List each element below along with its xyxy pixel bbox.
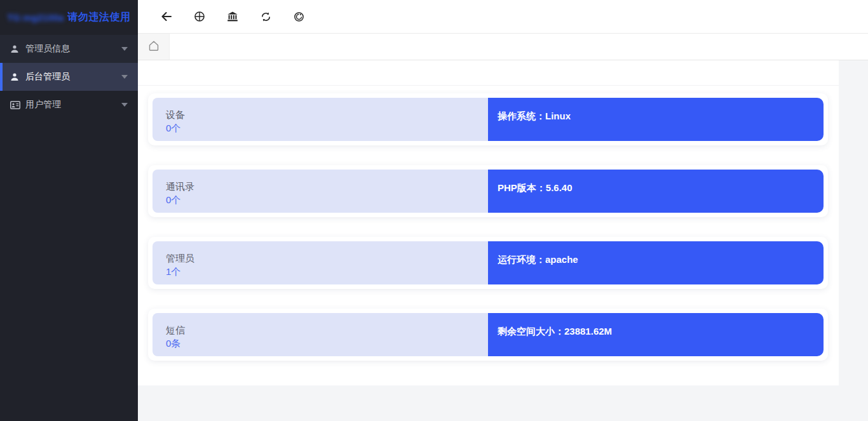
sidebar-item-admin-info[interactable]: 管理员信息: [0, 35, 138, 63]
stat-card-title: 短信: [166, 324, 488, 337]
stat-card-info: 操作系统：Linux: [488, 98, 824, 141]
refresh-icon: [261, 11, 271, 22]
sidebar-header: TG:mg2100a 请勿违法使用: [0, 0, 138, 35]
back-icon: [161, 11, 172, 22]
stat-card-info-text: 运行环境：apache: [498, 253, 824, 266]
stat-card-count: 0个: [166, 194, 488, 206]
stat-card-title: 通讯录: [166, 180, 488, 193]
chevron-down-icon: [121, 75, 128, 79]
sidebar-item-label: 管理员信息: [25, 43, 121, 55]
stat-card-left: 通讯录 0个: [153, 170, 488, 213]
stat-card-count: 0个: [166, 122, 488, 135]
stat-card-info: 剩余空间大小：23881.62M: [488, 313, 824, 356]
stat-card-admins: 管理员 1个 运行环境：apache: [148, 237, 828, 289]
crosshair-icon: [194, 11, 205, 22]
back-button[interactable]: [160, 10, 173, 23]
stat-card-count: 0条: [166, 337, 488, 350]
stat-card-contacts: 通讯录 0个 PHP版本：5.6.40: [148, 165, 828, 217]
panel-header: [138, 60, 839, 86]
stat-card-sms: 短信 0条 剩余空间大小：23881.62M: [148, 309, 828, 361]
stat-card-title: 设备: [166, 109, 488, 121]
chevron-down-icon: [121, 103, 128, 107]
stat-card-count: 1个: [166, 265, 488, 278]
sidebar-item-user-management[interactable]: 用户管理: [0, 91, 138, 119]
sidebar: TG:mg2100a 请勿违法使用 管理员信息 后台管理员 用户管理: [0, 0, 138, 421]
stat-card-left: 设备 0个: [153, 98, 488, 141]
refresh-button[interactable]: [259, 10, 272, 23]
bank-icon: [227, 11, 238, 22]
sidebar-item-label: 用户管理: [25, 99, 121, 110]
id-card-icon: [10, 101, 20, 109]
stat-card-info-text: 操作系统：Linux: [498, 110, 824, 123]
stat-card-devices: 设备 0个 操作系统：Linux: [148, 93, 828, 145]
home-icon: [147, 39, 160, 55]
user-icon: [10, 44, 20, 53]
clear-cache-button[interactable]: [292, 10, 305, 23]
stat-card-info: 运行环境：apache: [488, 241, 824, 284]
top-toolbar: [138, 0, 868, 34]
sidebar-item-backend-admin[interactable]: 后台管理员: [0, 63, 138, 91]
stat-card-info-text: 剩余空间大小：23881.62M: [498, 325, 824, 338]
content-panel: 设备 0个 操作系统：Linux 通讯录 0个 PHP版本：5.6.40: [138, 60, 839, 385]
user-icon: [10, 72, 20, 81]
stat-card-left: 短信 0条: [153, 313, 488, 356]
stat-card-info: PHP版本：5.6.40: [488, 170, 824, 213]
tab-bar: [138, 34, 868, 60]
sidebar-header-warning-text: 请勿违法使用: [68, 11, 131, 24]
stat-card-left: 管理员 1个: [153, 241, 488, 284]
tab-home[interactable]: [138, 34, 170, 60]
stat-card-title: 管理员: [166, 252, 488, 265]
sidebar-header-blurred-text: TG:mg2100a: [7, 13, 64, 23]
stat-card-info-text: PHP版本：5.6.40: [498, 182, 824, 194]
chevron-down-icon: [121, 47, 128, 51]
content-area: 设备 0个 操作系统：Linux 通讯录 0个 PHP版本：5.6.40: [138, 60, 868, 421]
crosshair-button[interactable]: [193, 10, 206, 23]
app-root: TG:mg2100a 请勿违法使用 管理员信息 后台管理员 用户管理: [0, 0, 868, 421]
stat-cards: 设备 0个 操作系统：Linux 通讯录 0个 PHP版本：5.6.40: [138, 86, 839, 361]
sidebar-item-label: 后台管理员: [25, 71, 121, 83]
clear-cache-icon: [294, 11, 304, 22]
bank-button[interactable]: [226, 10, 239, 23]
